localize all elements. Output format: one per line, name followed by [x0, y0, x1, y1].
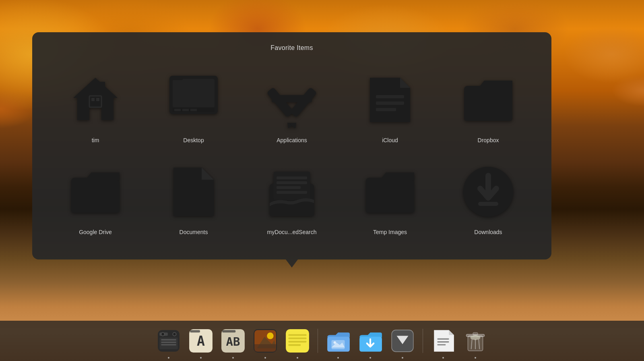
temp-images-label: Temp Images [373, 229, 407, 235]
icloud-label: iCloud [382, 137, 398, 143]
svg-rect-29 [478, 202, 498, 206]
tim-icon [63, 68, 128, 132]
dock-item-data-jar[interactable] [154, 326, 183, 355]
svg-rect-5 [173, 79, 215, 107]
svg-rect-52 [288, 341, 306, 342]
svg-rect-3 [100, 82, 105, 90]
svg-rect-27 [366, 180, 414, 213]
documents-label: Documents [180, 229, 208, 235]
dock-item-photos[interactable] [324, 326, 353, 355]
downloads-label: Downloads [474, 229, 502, 235]
dock-indicator-textedit [442, 357, 444, 359]
dock-item-stickies[interactable] [283, 326, 312, 355]
desktop-label: Desktop [183, 137, 204, 143]
grid-item-tim[interactable]: tim [48, 64, 142, 147]
dock-divider [318, 329, 318, 353]
svg-rect-24 [277, 181, 307, 184]
grid-item-mydocusearch[interactable]: myDocu...edSearch [245, 156, 339, 239]
svg-rect-9 [182, 109, 189, 111]
dock-indicator-photos [337, 357, 339, 359]
svg-point-47 [267, 332, 274, 339]
dock-item-textedit[interactable] [429, 326, 458, 355]
dock: A AB [0, 321, 644, 361]
icloud-icon [358, 68, 422, 132]
dock-item-trash[interactable] [461, 326, 490, 355]
svg-rect-18 [376, 108, 396, 111]
dock-item-rename-b[interactable]: AB [219, 326, 248, 355]
svg-rect-33 [161, 339, 176, 340]
svg-rect-2 [96, 98, 99, 101]
svg-rect-63 [438, 341, 449, 342]
dock-item-image-capture[interactable] [251, 326, 280, 355]
svg-rect-67 [473, 332, 478, 335]
svg-rect-34 [161, 342, 176, 343]
desktop-icon [161, 68, 226, 132]
svg-rect-17 [376, 102, 404, 105]
mydocusearch-label: myDocu...edSearch [267, 229, 317, 235]
svg-rect-22 [274, 172, 310, 200]
dock-indicator-stickies [297, 357, 298, 359]
svg-rect-25 [277, 186, 301, 189]
svg-rect-23 [277, 176, 307, 179]
dock-item-stack[interactable] [388, 326, 417, 355]
applications-label: Applications [277, 137, 307, 143]
tim-label: tim [92, 137, 99, 143]
svg-rect-51 [288, 338, 306, 339]
mydocusearch-icon [260, 160, 324, 224]
dock-indicator-image-capture [264, 357, 266, 359]
dock-indicator-rename-a [200, 357, 202, 359]
svg-rect-8 [174, 109, 181, 111]
svg-point-36 [161, 332, 164, 336]
dock-item-rename-a[interactable]: A [186, 326, 215, 355]
svg-point-71 [471, 335, 481, 340]
grid-item-applications[interactable]: Applications [245, 64, 339, 147]
svg-rect-15 [272, 95, 312, 102]
dock-item-downloads-folder[interactable] [356, 326, 385, 355]
svg-rect-16 [376, 95, 404, 98]
grid-item-google-drive[interactable]: Google Drive [48, 156, 142, 239]
grid-item-dropbox[interactable]: Dropbox [441, 64, 535, 147]
svg-rect-62 [438, 338, 449, 340]
svg-point-37 [173, 332, 176, 336]
dock-indicator-downloads-folder [369, 357, 371, 359]
dropbox-label: Dropbox [478, 137, 499, 143]
downloads-icon [456, 160, 520, 224]
dock-indicator-data-jar [168, 357, 169, 359]
favorite-items-popup: Favorite Items tim [32, 32, 551, 259]
documents-icon [161, 160, 226, 224]
dropbox-icon [456, 68, 520, 132]
svg-rect-0 [89, 96, 101, 107]
svg-rect-10 [190, 109, 197, 111]
dock-indicator-trash [475, 357, 476, 359]
google-drive-icon [63, 160, 128, 224]
popup-title: Favorite Items [48, 44, 535, 52]
grid-item-documents[interactable]: Documents [147, 156, 241, 239]
popup-tail [286, 259, 298, 268]
svg-rect-64 [438, 344, 446, 345]
temp-images-icon [358, 160, 422, 224]
dock-divider-2 [423, 329, 423, 353]
svg-point-57 [334, 341, 336, 344]
svg-text:A: A [197, 333, 205, 349]
grid-item-icloud[interactable]: iCloud [343, 64, 437, 147]
svg-text:AB: AB [226, 335, 240, 349]
svg-rect-43 [222, 330, 235, 332]
svg-rect-50 [288, 334, 306, 336]
svg-rect-48 [254, 344, 276, 352]
google-drive-label: Google Drive [79, 229, 112, 235]
dock-indicator-rename-b [232, 357, 234, 359]
dock-indicator-stack [402, 357, 403, 359]
svg-rect-19 [464, 89, 512, 121]
svg-rect-1 [91, 98, 95, 101]
items-grid: tim Desktop [48, 64, 535, 239]
applications-icon [260, 68, 324, 132]
svg-rect-35 [161, 344, 176, 345]
svg-rect-53 [288, 344, 301, 346]
grid-item-desktop[interactable]: Desktop [147, 64, 241, 147]
svg-rect-6 [171, 77, 183, 80]
grid-item-temp-images[interactable]: Temp Images [343, 156, 437, 239]
svg-rect-40 [190, 330, 200, 332]
svg-rect-26 [277, 191, 307, 194]
svg-rect-20 [71, 180, 120, 213]
grid-item-downloads[interactable]: Downloads [441, 156, 535, 239]
